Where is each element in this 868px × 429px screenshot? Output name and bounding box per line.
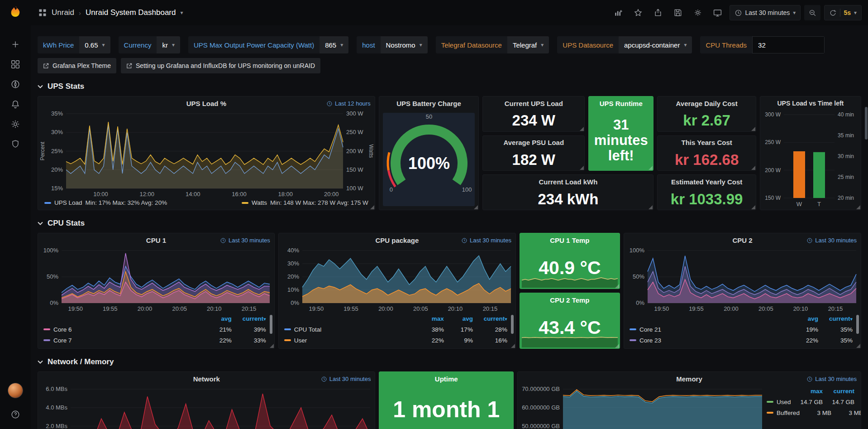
panel-resize-handle[interactable] (751, 166, 755, 170)
legend-item-ups-load[interactable]: UPS Load Min: 17% Max: 32% Avg: 20% (44, 199, 167, 206)
panel-title[interactable]: UPS Battery Charge (396, 100, 461, 107)
load-vs-time-chart[interactable]: 300 W250 W200 W150 W40 min35 min30 min25… (760, 110, 861, 210)
legend-header-avg[interactable]: avg (203, 315, 232, 322)
panel-resize-handle[interactable] (474, 205, 478, 209)
breadcrumb-app[interactable]: Unraid (52, 8, 74, 17)
variable-ups-datasource[interactable]: UPS Datasource apcupsd-container▾ (557, 36, 692, 53)
refresh-picker[interactable]: 5s ▾ (824, 5, 862, 20)
network-chart[interactable]: 6.0 MBs4.0 MBs2.0 MBs0 B-2.0 MBs-4.0 MBs (38, 386, 375, 429)
panel-resize-handle[interactable] (370, 205, 374, 209)
help-icon[interactable] (5, 405, 25, 424)
legend-label[interactable]: User (284, 337, 415, 344)
panel-title[interactable]: Average PSU Load (503, 139, 564, 146)
time-range-picker[interactable]: Last 30 minutes ▾ (730, 5, 801, 20)
legend-header-max[interactable]: max (415, 315, 444, 322)
panel-title[interactable]: Uptime (435, 375, 458, 383)
panel-title[interactable]: UPS Load % (186, 100, 226, 107)
link-ups-monitoring-guide[interactable]: Setting up Grafana and InfluxDB for UPS … (121, 58, 320, 73)
link-grafana-plex-theme[interactable]: Grafana Plex Theme (38, 58, 116, 73)
cpu1-chart[interactable]: 100%50%0%19:5019:5520:0020:0520:1020:15 (38, 247, 274, 313)
panel-title[interactable]: Network (193, 375, 220, 383)
user-avatar[interactable] (8, 383, 23, 398)
panel-title[interactable]: UPS Runtime (600, 100, 643, 107)
cpu2-chart[interactable]: 100%50%0%19:5019:5520:0020:0520:1020:15 (624, 247, 861, 313)
legend-header-avg[interactable]: avg (444, 315, 473, 322)
section-header-cpu-stats[interactable]: CPU Stats (38, 217, 861, 230)
add-icon[interactable] (5, 34, 25, 54)
panel-title[interactable]: UPS Load vs Time left (777, 100, 844, 107)
apps-grid-icon[interactable] (38, 8, 47, 17)
alerting-bell-icon[interactable] (5, 94, 25, 114)
dashboard-settings-gear-button[interactable] (690, 5, 706, 20)
variable-kwh-price[interactable]: kWh Price 0.65▾ (38, 36, 110, 53)
memory-chart[interactable]: 70.000000 GB60.000000 GB50.000000 GB40.0… (518, 386, 767, 429)
add-panel-button[interactable] (610, 5, 626, 20)
panel-title[interactable]: CPU 2 Temp (550, 296, 589, 304)
dashboards-icon[interactable] (5, 54, 25, 74)
section-header-ups-stats[interactable]: UPS Stats (38, 80, 861, 93)
panel-time-badge[interactable]: Last 30 minutes (321, 376, 371, 382)
title-caret-icon[interactable]: ▾ (180, 10, 183, 16)
legend-scrollbar[interactable] (856, 315, 859, 334)
legend-label[interactable]: Core 7 (43, 337, 203, 344)
ups-load-chart[interactable]: 35%300 W30%250 W25%200 W20%150 W15%100 W… (38, 110, 375, 198)
panel-title[interactable]: CPU 1 (146, 236, 166, 244)
legend-label[interactable]: Buffered (767, 410, 800, 416)
variable-ups-max-output[interactable]: UPS Max Output Power Capacity (Watt) 865… (188, 36, 348, 53)
cpu-package-chart[interactable]: 40%30%20%10%0%19:5019:5520:0020:0520:102… (279, 247, 515, 313)
grafana-logo[interactable] (7, 5, 24, 23)
legend-scrollbar[interactable] (511, 315, 514, 334)
star-dashboard-button[interactable] (630, 5, 646, 20)
legend-header-current[interactable]: current▾ (473, 315, 507, 322)
panel-title[interactable]: Current UPS Load (505, 100, 563, 107)
legend-header-current[interactable]: current▾ (818, 315, 853, 322)
legend-item-watts[interactable]: Watts Min: 148 W Max: 278 W Avg: 175 W (242, 199, 368, 206)
section-header-network-memory[interactable]: Network / Memory (38, 355, 861, 369)
variable-currency[interactable]: Currency kr▾ (119, 36, 180, 53)
panel-title[interactable]: Memory (676, 375, 702, 383)
share-dashboard-button[interactable] (650, 5, 666, 20)
panel-resize-handle[interactable] (751, 205, 755, 209)
panel-title[interactable]: Estimated Yearly Cost (671, 178, 742, 186)
server-admin-shield-icon[interactable] (5, 134, 25, 154)
panel-time-badge[interactable]: Last 30 minutes (461, 237, 511, 244)
panel-time-badge[interactable]: Last 30 minutes (806, 237, 857, 244)
panel-title[interactable]: Average Daily Cost (676, 100, 738, 107)
panel-title[interactable]: CPU 2 (732, 236, 752, 244)
legend-header-current[interactable]: current (823, 388, 854, 395)
explore-compass-icon[interactable] (5, 74, 25, 94)
panel-title[interactable]: This Years Cost (681, 139, 732, 146)
battery-gauge[interactable]: 050100100% (383, 113, 475, 206)
panel-title[interactable]: CPU package (375, 236, 419, 244)
legend-label[interactable]: Core 6 (43, 326, 203, 333)
legend-label[interactable]: Core 23 (630, 337, 789, 344)
panel-time-badge[interactable]: Last 30 minutes (806, 376, 857, 382)
panel-time-badge[interactable]: Last 30 minutes (220, 237, 270, 244)
legend-label[interactable]: Core 21 (630, 326, 789, 333)
panel-resize-handle[interactable] (615, 284, 619, 288)
panel-resize-handle[interactable] (580, 166, 584, 170)
panel-resize-handle[interactable] (649, 166, 653, 170)
panel-resize-handle[interactable] (511, 344, 515, 348)
scrollbar-thumb[interactable] (865, 107, 868, 140)
legend-header-current[interactable]: current▾ (232, 315, 266, 322)
legend-scrollbar[interactable] (270, 315, 272, 334)
panel-resize-handle[interactable] (856, 205, 860, 209)
panel-resize-handle[interactable] (751, 127, 755, 131)
panel-resize-handle[interactable] (615, 344, 619, 348)
configuration-gear-icon[interactable] (5, 114, 25, 134)
page-scrollbar[interactable] (864, 25, 868, 429)
legend-label[interactable]: CPU Total (284, 326, 415, 333)
dashboard-title[interactable]: Unraid System Dashboard (86, 8, 176, 17)
save-dashboard-button[interactable] (670, 5, 686, 20)
panel-title[interactable]: Current Load kWh (539, 178, 597, 186)
panel-resize-handle[interactable] (580, 127, 584, 131)
panel-resize-handle[interactable] (270, 344, 274, 348)
legend-header-max[interactable]: max (791, 388, 823, 395)
kiosk-monitor-button[interactable] (710, 5, 726, 20)
panel-resize-handle[interactable] (856, 344, 860, 348)
zoom-out-button[interactable] (804, 5, 820, 20)
cpu-threads-input[interactable] (752, 36, 825, 53)
panel-title[interactable]: CPU 1 Temp (550, 236, 589, 244)
panel-time-badge[interactable]: Last 12 hours (326, 100, 371, 107)
